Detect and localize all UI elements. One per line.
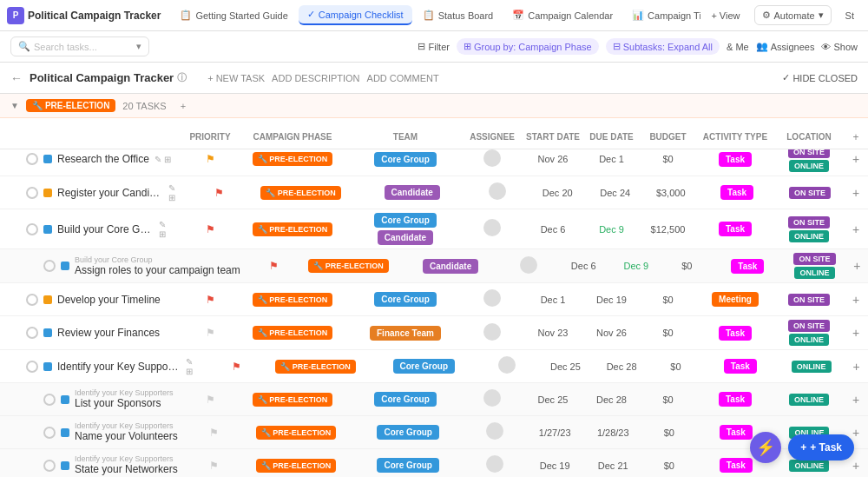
view-button[interactable]: + View	[704, 7, 746, 24]
priority-flag[interactable]: ⚑	[269, 260, 279, 272]
assignee-avatar[interactable]	[486, 455, 503, 473]
task-checkbox[interactable]	[43, 260, 56, 272]
activity-badge[interactable]: Task	[720, 425, 753, 440]
task-checkbox[interactable]	[26, 294, 38, 306]
phase-badge[interactable]: 🔧 PRE-ELECTION	[256, 459, 337, 473]
add-comment-button[interactable]: ADD COMMENT	[367, 73, 439, 83]
me-button[interactable]: & Me	[727, 42, 749, 52]
phase-badge[interactable]: 🔧 PRE-ELECTION	[260, 186, 341, 200]
priority-flag[interactable]: ⚑	[209, 427, 219, 439]
group-toggle[interactable]: ▼	[10, 101, 19, 110]
team-badge[interactable]: Core Group	[374, 392, 437, 407]
tab-getting-started[interactable]: 📋 Getting Started Guide	[171, 6, 296, 24]
fab-lightning[interactable]: ⚡	[750, 432, 781, 463]
task-name[interactable]: Assign roles to your campaign team	[75, 264, 240, 276]
row-add-button[interactable]: +	[844, 393, 868, 407]
activity-badge[interactable]: Task	[719, 326, 752, 341]
task-checkbox[interactable]	[26, 153, 38, 165]
phase-badge[interactable]: 🔧 PRE-ELECTION	[253, 293, 333, 307]
priority-flag[interactable]: ⚑	[209, 460, 219, 472]
search-box[interactable]: 🔍 Search tasks... ▾	[10, 36, 149, 56]
task-checkbox[interactable]	[43, 427, 56, 439]
assignee-avatar[interactable]	[489, 182, 506, 200]
assignee-avatar[interactable]	[483, 389, 501, 407]
task-name[interactable]: List your Sponsors	[75, 397, 174, 409]
team-badge[interactable]: Finance Team	[370, 326, 441, 341]
priority-flag[interactable]: ⚑	[206, 294, 215, 306]
task-checkbox[interactable]	[43, 394, 56, 406]
priority-flag[interactable]: ⚑	[214, 187, 224, 199]
st-button[interactable]: St	[838, 7, 861, 24]
task-checkbox[interactable]	[26, 187, 38, 199]
team-badge[interactable]: Core Group	[377, 425, 439, 440]
group-by-button[interactable]: ⊞ Group by: Campaign Phase	[457, 38, 599, 55]
assignee-avatar[interactable]	[498, 356, 516, 374]
assignee-avatar[interactable]	[520, 256, 537, 274]
priority-flag[interactable]: ⚑	[206, 153, 215, 165]
activity-badge[interactable]: Task	[719, 392, 752, 407]
task-name[interactable]: State your Networkers	[75, 463, 178, 475]
automate-button[interactable]: ⚙ Automate ▾	[754, 5, 832, 25]
assignees-button[interactable]: 👥 Assignees	[756, 41, 815, 52]
activity-badge[interactable]: Task	[720, 458, 753, 473]
subtasks-button[interactable]: ⊟ Subtasks: Expand All	[606, 38, 720, 55]
priority-flag[interactable]: ⚑	[232, 361, 241, 373]
back-icon[interactable]: ←	[10, 71, 23, 85]
task-checkbox[interactable]	[43, 460, 56, 472]
priority-flag[interactable]: ⚑	[206, 327, 215, 339]
tab-status-board[interactable]: 📋 Status Board	[414, 6, 503, 24]
row-add-button[interactable]: +	[844, 222, 868, 236]
team-badge[interactable]: Candidate	[385, 185, 440, 200]
team-badge[interactable]: Core Group	[374, 152, 437, 167]
col-header-add[interactable]: +	[844, 131, 868, 143]
row-add-button[interactable]: +	[845, 360, 868, 374]
task-checkbox[interactable]	[26, 327, 38, 339]
tab-campaign-timeline[interactable]: 📊 Campaign Timeline	[623, 6, 700, 24]
task-name[interactable]: Develop your Timeline	[57, 294, 161, 306]
priority-flag[interactable]: ⚑	[206, 394, 215, 406]
row-add-button[interactable]: +	[844, 152, 868, 166]
add-description-button[interactable]: ADD DESCRIPTION	[272, 73, 359, 83]
team-badge[interactable]: Candidate	[423, 259, 478, 274]
activity-badge[interactable]: Meeting	[712, 292, 759, 307]
new-task-button[interactable]: + NEW TASK	[207, 73, 265, 83]
assignee-avatar[interactable]	[483, 149, 501, 167]
task-name[interactable]: Register your Candidacy	[57, 187, 163, 199]
show-button[interactable]: 👁 Show	[821, 42, 858, 52]
info-icon[interactable]: ⓘ	[177, 71, 187, 84]
team-badge[interactable]: Core Group	[374, 292, 437, 307]
task-name[interactable]: Identify your Key Supporters	[57, 361, 181, 373]
team-badge[interactable]: Core Group	[374, 213, 437, 228]
row-add-button[interactable]: +	[844, 326, 868, 340]
phase-badge[interactable]: 🔧 PRE-ELECTION	[275, 360, 356, 374]
activity-badge[interactable]: Task	[719, 152, 752, 167]
assignee-avatar[interactable]	[483, 289, 501, 307]
hide-closed-button[interactable]: ✓ HIDE CLOSED	[782, 72, 858, 83]
task-name[interactable]: Review your Finances	[57, 327, 160, 339]
row-add-button[interactable]: +	[844, 293, 868, 307]
phase-badge[interactable]: 🔧 PRE-ELECTION	[253, 326, 333, 340]
team-badge[interactable]: Candidate	[378, 230, 433, 245]
task-name[interactable]: Name your Volunteers	[75, 430, 178, 442]
activity-badge[interactable]: Task	[720, 185, 753, 200]
row-add-button[interactable]: +	[846, 259, 868, 273]
assignee-avatar[interactable]	[483, 323, 501, 341]
activity-badge[interactable]: Task	[731, 259, 764, 274]
activity-badge[interactable]: Task	[724, 359, 757, 374]
team-badge[interactable]: Core Group	[393, 359, 456, 374]
group-add-button[interactable]: +	[181, 101, 186, 111]
task-checkbox[interactable]	[26, 223, 38, 235]
task-name[interactable]: Research the Office	[57, 153, 149, 165]
task-name[interactable]: Build your Core Group	[57, 223, 154, 235]
task-checkbox[interactable]	[26, 361, 38, 373]
fab-add-task[interactable]: + + Task	[788, 434, 854, 460]
assignee-avatar[interactable]	[483, 219, 501, 236]
phase-badge[interactable]: 🔧 PRE-ELECTION	[253, 393, 333, 407]
activity-badge[interactable]: Task	[719, 222, 752, 236]
phase-badge[interactable]: 🔧 PRE-ELECTION	[308, 259, 389, 273]
phase-badge[interactable]: 🔧 PRE-ELECTION	[256, 426, 337, 440]
phase-badge[interactable]: 🔧 PRE-ELECTION	[253, 152, 333, 166]
tab-campaign-calendar[interactable]: 📅 Campaign Calendar	[503, 6, 621, 24]
team-badge[interactable]: Core Group	[377, 458, 439, 473]
phase-badge[interactable]: 🔧 PRE-ELECTION	[253, 222, 333, 236]
